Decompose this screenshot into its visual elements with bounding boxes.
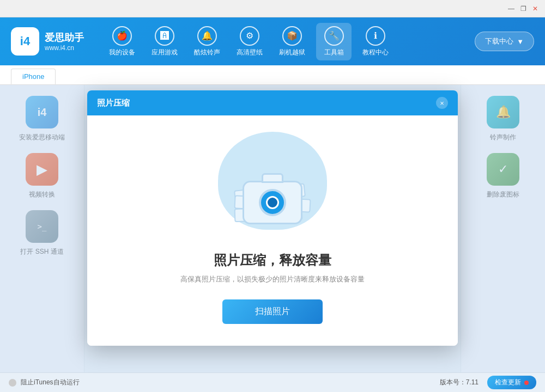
logo-text: 爱思助手 www.i4.cn	[45, 31, 84, 52]
info-icon: ℹ	[366, 26, 385, 46]
jailbreak-icon: 📦	[282, 26, 302, 46]
title-bar: — ❐ ✕	[0, 0, 545, 17]
close-btn[interactable]: ✕	[530, 3, 541, 14]
nav-label-tutorial: 教程中心	[362, 48, 389, 57]
scan-photos-button[interactable]: 扫描照片	[222, 299, 323, 324]
photo-illustration	[213, 132, 332, 241]
logo-area: i4 爱思助手 www.i4.cn	[11, 27, 87, 56]
camera-lens	[259, 189, 286, 216]
download-label: 下载中心	[485, 36, 513, 46]
status-indicator	[9, 379, 16, 387]
modal-title: 照片压缩	[97, 98, 130, 108]
status-right: 版本号：7.11 检查更新	[440, 376, 536, 389]
version-label: 版本号：7.11	[440, 378, 479, 387]
nav-my-device[interactable]: 🍎 我的设备	[104, 23, 141, 60]
nav-items: 🍎 我的设备 🅰 应用游戏 🔔 酷炫铃声 ⚙ 高清壁纸 📦 刷机越狱 🔧 工具箱…	[104, 23, 475, 60]
logo-icon: i4	[11, 27, 39, 56]
nav-label-app: 应用游戏	[152, 48, 178, 57]
tab-iphone[interactable]: iPhone	[11, 69, 56, 84]
main-content: i4 安装爱思移动端 ▶ 视频转换 >_ 打开 SSH 通道 照片压缩 ×	[0, 85, 545, 372]
modal-overlay: 照片压缩 ×	[0, 85, 545, 372]
status-bar: 阻止iTunes自动运行 版本号：7.11 检查更新	[0, 372, 545, 392]
tab-bar: iPhone	[0, 65, 545, 85]
itunes-label: 阻止iTunes自动运行	[21, 378, 80, 387]
modal-close-button[interactable]: ×	[436, 97, 448, 109]
nav-tutorial[interactable]: ℹ 教程中心	[357, 23, 394, 60]
nav-label-my-device: 我的设备	[109, 48, 135, 57]
apple-icon: 🍎	[112, 26, 132, 46]
nav-toolbox[interactable]: 🔧 工具箱	[316, 23, 352, 60]
nav-wallpaper[interactable]: ⚙ 高清壁纸	[231, 23, 268, 60]
nav-label-ringtone: 酷炫铃声	[194, 48, 220, 57]
update-notification-dot	[524, 381, 529, 385]
modal-body: 照片压缩，释放容量 高保真照片压缩，以损失极少的照片清晰度来释放设备容量 扫描照…	[87, 115, 458, 346]
nav-label-toolbox: 工具箱	[324, 48, 344, 57]
camera-body	[243, 181, 302, 224]
check-update-button[interactable]: 检查更新	[487, 376, 536, 389]
app-icon: 🅰	[155, 26, 174, 46]
modal-main-title: 照片压缩，释放容量	[214, 252, 331, 269]
modal-subtitle: 高保真照片压缩，以损失极少的照片清晰度来释放设备容量	[180, 274, 365, 284]
update-label: 检查更新	[495, 378, 521, 387]
download-button[interactable]: 下载中心 ▼	[475, 32, 534, 51]
camera-top	[262, 173, 283, 183]
logo-url: www.i4.cn	[45, 44, 84, 52]
minimize-btn[interactable]: —	[506, 3, 517, 14]
logo-name: 爱思助手	[45, 31, 84, 44]
header: i4 爱思助手 www.i4.cn 🍎 我的设备 🅰 应用游戏 🔔 酷炫铃声 ⚙…	[0, 17, 545, 65]
status-left: 阻止iTunes自动运行	[9, 378, 80, 387]
restore-btn[interactable]: ❐	[518, 3, 529, 14]
nav-label-wallpaper: 高清壁纸	[237, 48, 263, 57]
camera-lens-inner	[266, 196, 279, 209]
toolbox-icon: 🔧	[324, 26, 344, 46]
wallpaper-icon: ⚙	[240, 26, 259, 46]
bell-icon: 🔔	[197, 26, 217, 46]
nav-ringtone[interactable]: 🔔 酷炫铃声	[189, 23, 226, 60]
modal-header: 照片压缩 ×	[87, 90, 458, 115]
nav-label-jailbreak: 刷机越狱	[279, 48, 305, 57]
nav-app-game[interactable]: 🅰 应用游戏	[146, 23, 183, 60]
nav-jailbreak[interactable]: 📦 刷机越狱	[274, 23, 311, 60]
download-arrow-icon: ▼	[517, 38, 524, 46]
photo-compress-modal: 照片压缩 ×	[87, 90, 458, 346]
